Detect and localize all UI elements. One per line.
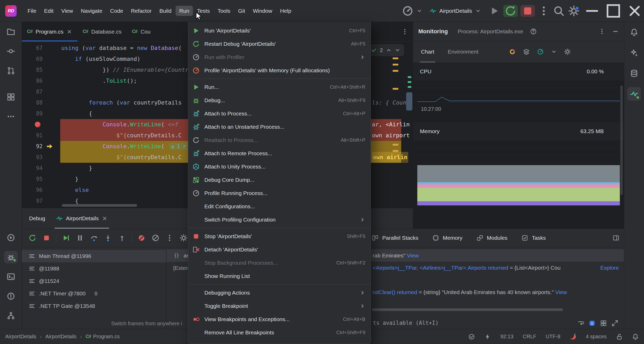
- thread-row[interactable]: @11524: [22, 275, 166, 287]
- menu-item-run-airportdetails[interactable]: Run 'AirportDetails'Ctrl+F5: [188, 24, 371, 37]
- notifications-icon[interactable]: [632, 333, 639, 340]
- grid-view-icon[interactable]: [600, 320, 607, 327]
- chart-settings-icon[interactable]: [564, 48, 571, 55]
- gutter-line-95[interactable]: 95: [22, 174, 60, 185]
- variable-row[interactable]: <Airports>j__TPar, <Airlines>j__TPar>.Ai…: [350, 262, 624, 274]
- thread-row[interactable]: @11988: [22, 262, 166, 275]
- menu-item-detach-airportdetails[interactable]: Detach 'AirportDetails': [188, 243, 371, 256]
- menu-item-profile-running-process[interactable]: Profile Running Process...: [188, 186, 371, 200]
- menubar-item-help[interactable]: Help: [276, 6, 295, 16]
- gutter-line-69[interactable]: 69: [22, 54, 60, 64]
- prev-issue-icon[interactable]: [386, 47, 392, 53]
- layout-settings-icon[interactable]: [613, 235, 619, 241]
- horizontal-scrollbar[interactable]: [62, 204, 137, 207]
- gutter-line-88[interactable]: 88: [22, 97, 60, 108]
- step-over-button[interactable]: [88, 232, 100, 244]
- menubar-item-file[interactable]: File: [24, 6, 40, 16]
- chevron-down-icon[interactable]: [551, 49, 557, 55]
- variable-link[interactable]: <Airports>j__TPar, <Airlines>j__TPar>.Ai…: [373, 265, 508, 271]
- debugger-tab-modules[interactable]: Modules: [477, 235, 507, 241]
- tool-button-project[interactable]: [4, 25, 18, 38]
- gutter-line-86[interactable]: 86: [22, 75, 60, 86]
- stop-button[interactable]: [520, 5, 535, 17]
- menubar-item-window[interactable]: Window: [249, 6, 276, 16]
- menubar-item-refactor[interactable]: Refactor: [127, 6, 155, 16]
- variable-link[interactable]: ndClear() returned: [373, 289, 417, 295]
- help-icon[interactable]: [530, 28, 537, 35]
- close-tab-icon[interactable]: [66, 29, 72, 35]
- tool-button-commit[interactable]: [4, 45, 18, 57]
- variable-link[interactable]: View: [555, 289, 567, 295]
- restart-profiling-button[interactable]: [503, 5, 518, 17]
- window-maximize-button[interactable]: [604, 0, 623, 22]
- hot-reload-pepper-icon[interactable]: [570, 333, 576, 340]
- more-actions-icon[interactable]: [538, 5, 550, 17]
- step-out-button[interactable]: [116, 232, 128, 244]
- menu-item-stop-airportdetails[interactable]: Stop 'AirportDetails'Shift+F5: [188, 230, 371, 243]
- menu-item-restart-debug-airportdetails[interactable]: Restart Debug 'AirportDetails'Alt+F5: [188, 37, 371, 50]
- expand-icon[interactable]: [612, 320, 618, 327]
- indent-style[interactable]: 4 spaces: [586, 334, 607, 340]
- cpu-chart-icon[interactable]: [509, 48, 516, 55]
- menu-item-attach-to-remote-process[interactable]: Attach to Remote Process...: [188, 147, 371, 160]
- skip-breakpoints-button[interactable]: [150, 232, 162, 244]
- menu-item-attach-to-unity-process[interactable]: Attach to Unity Process...: [188, 160, 371, 173]
- chevron-down-icon[interactable]: [417, 8, 422, 14]
- debugger-tab-parallel-stacks[interactable]: Parallel Stacks: [372, 235, 418, 241]
- monitoring-options-icon[interactable]: [599, 28, 605, 35]
- gutter-line-67[interactable]: 67: [22, 43, 60, 54]
- tool-button-notifications[interactable]: [627, 25, 641, 39]
- lightning-icon[interactable]: [484, 333, 491, 340]
- tool-button-structure[interactable]: [4, 91, 18, 103]
- menu-item-attach-to-an-unstarted-process[interactable]: Attach to an Unstarted Process...: [188, 120, 371, 133]
- search-icon[interactable]: [553, 5, 565, 17]
- close-icon[interactable]: [102, 216, 108, 221]
- gutter-line-89[interactable]: 89: [22, 108, 60, 119]
- breadcrumb-item[interactable]: AirportDetails: [45, 334, 77, 340]
- tool-button-database[interactable]: [627, 67, 641, 80]
- menu-item-debug[interactable]: Debug...Alt+Shift+F9: [188, 94, 371, 107]
- monitoring-scrollbar[interactable]: [620, 86, 623, 195]
- tab-options-icon[interactable]: [401, 28, 408, 35]
- editor-tab-database-cs[interactable]: C#Database.cs: [77, 22, 127, 41]
- line-separator[interactable]: CRLF: [523, 334, 536, 340]
- menu-item-show-running-list[interactable]: Show Running List: [188, 269, 371, 283]
- ide-status-check-icon[interactable]: [468, 333, 475, 340]
- menu-item-debug-core-dump[interactable]: Debug Core Dump...: [188, 173, 371, 186]
- menu-item-remove-all-line-breakpoints[interactable]: Remove All Line BreakpointsCtrl+Shift+F9: [188, 326, 371, 339]
- tool-button-terminal[interactable]: [4, 270, 18, 283]
- menu-item-run[interactable]: Run...Ctrl+Alt+Shift+R: [188, 80, 371, 94]
- variables-scrollbar[interactable]: [372, 308, 563, 311]
- menubar-item-build[interactable]: Build: [156, 6, 175, 16]
- window-minimize-button[interactable]: [583, 0, 601, 22]
- caret-position[interactable]: 92:13: [500, 334, 513, 340]
- gutter-line-91[interactable]: 91: [22, 130, 60, 141]
- variable-link[interactable]: View: [407, 252, 419, 258]
- file-lock-icon[interactable]: [616, 333, 623, 340]
- tool-button-monitoring[interactable]: [627, 87, 641, 101]
- gutter-line-87[interactable]: 87: [22, 86, 60, 97]
- stop-button[interactable]: [41, 232, 52, 244]
- breadcrumb-item[interactable]: AirportDetails: [5, 334, 36, 340]
- menu-item-debugging-actions[interactable]: Debugging Actions: [188, 286, 371, 299]
- inspections-widget[interactable]: 2: [367, 44, 404, 56]
- tool-button-more[interactable]: [4, 110, 18, 123]
- soft-wrap-icon[interactable]: [577, 320, 584, 327]
- profiler-tool-icon[interactable]: [401, 5, 414, 17]
- menu-item-toggle-breakpoint[interactable]: Toggle Breakpoint: [188, 299, 371, 313]
- gutter-line-85[interactable]: 85: [22, 64, 60, 75]
- menu-item-attach-to-process[interactable]: Attach to Process...Ctrl+Alt+P: [188, 107, 371, 120]
- gutter-line-97[interactable]: 97: [22, 196, 60, 206]
- resume-button[interactable]: [60, 232, 72, 244]
- debugger-tab-memory[interactable]: Memory: [432, 235, 462, 241]
- menubar-item-code[interactable]: Code: [106, 6, 127, 16]
- debug-session-tab[interactable]: AirportDetails: [55, 208, 109, 229]
- tool-button-pull-requests[interactable]: [4, 64, 18, 77]
- gutter-line-92[interactable]: 92: [22, 141, 60, 152]
- gutter-line-96[interactable]: 96: [22, 185, 60, 196]
- variable-row[interactable]: rab Emirates" View: [350, 249, 624, 262]
- variable-link[interactable]: Explore: [600, 262, 619, 274]
- rerun-button[interactable]: [26, 232, 38, 244]
- pause-button[interactable]: [74, 232, 86, 244]
- tool-button-run[interactable]: [4, 231, 18, 244]
